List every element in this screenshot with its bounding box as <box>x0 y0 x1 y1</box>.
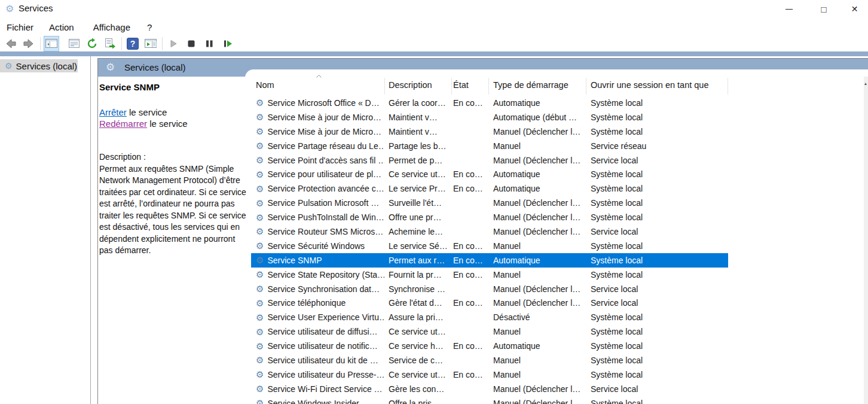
column-header-description[interactable]: Description <box>389 80 432 92</box>
column-divider[interactable] <box>728 78 728 95</box>
cell-startup-type: Manuel (Déclencher l… <box>488 198 586 208</box>
tree-item-services-local[interactable]: ⚙ Services (local) <box>0 59 78 72</box>
menu-item-help[interactable]: ? <box>141 19 158 35</box>
column-divider[interactable] <box>488 78 489 95</box>
table-row[interactable]: ⚙Service pour utilisateur de pl… Ce serv… <box>251 167 728 181</box>
close-button[interactable]: ✕ <box>841 0 868 18</box>
table-row[interactable]: ⚙Service Windows Insider Offre la pris… … <box>251 396 728 404</box>
export-list-button[interactable] <box>102 36 118 51</box>
cell-name: ⚙Service pour utilisateur de pl… <box>251 169 384 179</box>
cell-status: En co… <box>451 270 488 280</box>
vertical-scrollbar[interactable] <box>864 77 868 404</box>
service-gear-icon: ⚙ <box>256 184 264 193</box>
menu-item-affichage[interactable]: Affichage <box>87 19 136 35</box>
service-gear-icon: ⚙ <box>256 113 264 121</box>
refresh-button[interactable] <box>84 36 100 51</box>
column-header-etat[interactable]: État <box>453 80 469 92</box>
cell-startup-type: Automatique <box>488 256 586 265</box>
tree-item-label: Services (local) <box>16 61 78 71</box>
table-row[interactable]: ⚙Service utilisateur de notific… Ce serv… <box>251 339 728 353</box>
show-action-pane-button[interactable] <box>143 36 158 51</box>
table-row[interactable]: ⚙Service Routeur SMS Micros… Achemine le… <box>251 224 728 239</box>
help-button[interactable]: ? <box>125 36 140 51</box>
table-row[interactable]: ⚙Service Mise à jour de Micro… Maintient… <box>251 124 728 139</box>
table-row[interactable]: ⚙Service Partage réseau du Le… Partage l… <box>251 139 728 153</box>
cell-name: ⚙Service utilisateur de diffusi… <box>251 327 384 336</box>
cell-description: Gère l'état d… <box>384 298 451 308</box>
back-button[interactable] <box>3 36 19 51</box>
table-row[interactable]: ⚙Service Pulsation Microsoft … Surveille… <box>251 196 728 210</box>
table-row[interactable]: ⚙Service utilisateur du Presse-… Ce serv… <box>251 367 728 382</box>
column-header-nom[interactable]: Nom <box>256 80 274 92</box>
stop-service-link[interactable]: Arrêter <box>99 107 127 117</box>
toolbar-divider <box>162 37 163 50</box>
cell-startup-type: Automatique <box>488 98 586 108</box>
services-gear-icon: ⚙ <box>5 62 13 70</box>
restart-service-link[interactable]: Redémarrer <box>99 119 147 129</box>
forward-arrow-icon <box>22 38 35 50</box>
table-row[interactable]: ⚙Service PushToInstall de Win… Offre une… <box>251 210 728 224</box>
cell-name: ⚙Service utilisateur de notific… <box>251 341 384 351</box>
scrollbar-up-arrow-icon <box>864 83 867 85</box>
maximize-button[interactable]: □ <box>806 0 841 18</box>
column-header-type-demarrage[interactable]: Type de démarrage <box>493 80 569 92</box>
table-row[interactable]: ⚙Service Mise à jour de Micro… Maintient… <box>251 110 728 124</box>
menu-item-action[interactable]: Action <box>43 19 80 35</box>
service-gear-icon: ⚙ <box>256 370 264 379</box>
header-gear-icon: ⚙ <box>106 61 115 74</box>
sort-ascending-icon <box>316 74 322 78</box>
cell-description: Achemine le… <box>384 227 451 236</box>
cell-description: Permet aux r… <box>384 256 451 265</box>
menu-item-fichier[interactable]: Fichier <box>1 19 39 35</box>
table-row[interactable]: ⚙Service Wi-Fi Direct Service … Gère les… <box>251 382 728 396</box>
table-row[interactable]: ⚙Service utilisateur du kit de … Service… <box>251 353 728 367</box>
cell-status: En co… <box>451 298 488 308</box>
table-row[interactable]: ⚙Service Microsoft Office « D… Gérer la … <box>251 96 728 110</box>
cell-name: ⚙Service téléphonique <box>251 298 384 308</box>
back-arrow-icon <box>4 38 17 50</box>
refresh-icon <box>86 38 98 50</box>
forward-button[interactable] <box>21 36 36 51</box>
cell-startup-type: Manuel (Déclencher l… <box>488 399 586 404</box>
service-gear-icon: ⚙ <box>256 399 264 404</box>
service-gear-icon: ⚙ <box>256 356 264 364</box>
minimize-button[interactable]: — <box>772 0 806 18</box>
cell-logon-as: Service local <box>586 298 728 308</box>
cell-startup-type: Manuel <box>488 141 586 151</box>
cell-description: Assure la pri… <box>384 312 451 322</box>
table-row[interactable]: ⚙Service téléphonique Gère l'état d… En … <box>251 296 728 310</box>
window-titlebar: ⚙ Services — □ ✕ <box>0 0 868 18</box>
table-row[interactable]: ⚙Service State Repository (Sta… Fournit … <box>251 268 728 282</box>
cell-status: En co… <box>451 241 488 251</box>
table-row[interactable]: ⚙Service Point d'accès sans fil … Permet… <box>251 153 728 168</box>
table-row[interactable]: ⚙Service Protection avancée c… Le servic… <box>251 181 728 196</box>
table-row[interactable]: ⚙Service Synchronisation dat… Synchronis… <box>251 282 728 296</box>
cell-startup-type: Automatique <box>488 341 586 351</box>
pause-service-button[interactable] <box>201 36 217 51</box>
cell-logon-as: Système local <box>586 198 728 208</box>
column-divider[interactable] <box>586 78 586 95</box>
properties-button[interactable] <box>66 36 82 51</box>
column-divider[interactable] <box>384 78 385 95</box>
table-row[interactable]: ⚙Service utilisateur de diffusi… Ce serv… <box>251 324 728 339</box>
table-row[interactable]: ⚙Service SNMP Permet aux r… En co… Autom… <box>251 253 728 268</box>
cell-description: Maintient v… <box>384 113 451 122</box>
restart-service-button[interactable] <box>219 36 235 51</box>
cell-startup-type: Automatique (début … <box>488 113 586 122</box>
start-service-button[interactable] <box>166 36 181 51</box>
service-gear-icon: ⚙ <box>256 299 264 308</box>
table-row[interactable]: ⚙Service User Experience Virtu… Assure l… <box>251 310 728 324</box>
cell-description: Ce service h… <box>384 341 451 351</box>
cell-status: En co… <box>451 98 488 108</box>
show-console-tree-button[interactable] <box>44 36 59 51</box>
stop-service-button[interactable] <box>184 36 199 51</box>
service-gear-icon: ⚙ <box>256 342 264 351</box>
column-header-session[interactable]: Ouvrir une session en tant que <box>591 80 708 92</box>
table-row[interactable]: ⚙Service Sécurité Windows Le service Sé…… <box>251 239 728 253</box>
cell-name: ⚙Service Synchronisation dat… <box>251 284 384 294</box>
service-gear-icon: ⚙ <box>256 384 264 393</box>
column-divider[interactable] <box>451 78 452 95</box>
cell-logon-as: Système local <box>586 327 728 336</box>
cell-status: En co… <box>451 341 488 351</box>
cell-name: ⚙Service Wi-Fi Direct Service … <box>251 384 384 394</box>
